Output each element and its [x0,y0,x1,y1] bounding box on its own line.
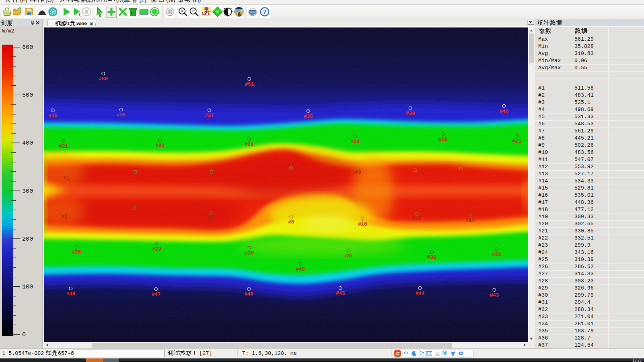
svg-text:?: ? [263,9,266,15]
